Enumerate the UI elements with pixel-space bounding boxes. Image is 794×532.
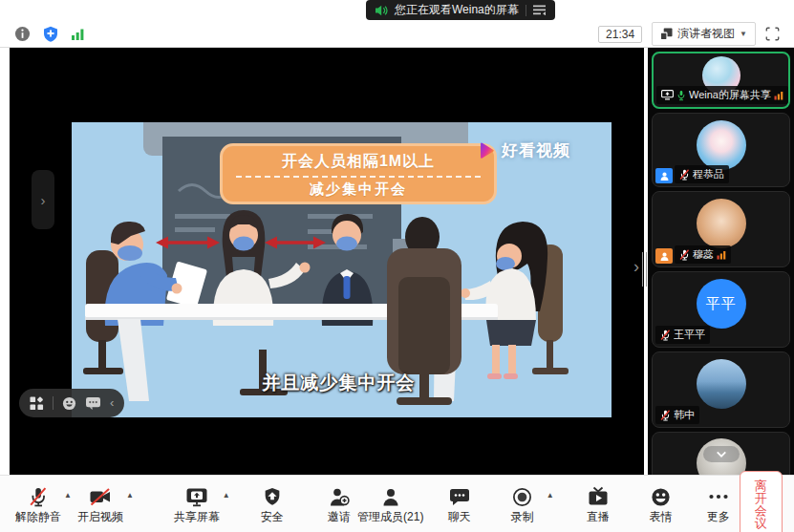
danmu-comment-icon[interactable] — [85, 396, 101, 411]
live-tv-icon — [587, 486, 610, 508]
mic-muted-icon — [660, 330, 671, 341]
banner-dashed-divider — [236, 176, 481, 178]
mic-muted-icon — [679, 169, 690, 181]
record-icon — [511, 486, 533, 508]
participant-name: 王平平 — [674, 328, 705, 342]
video-subtitle: 并且减少集中开会 — [262, 371, 415, 395]
notification-divider — [526, 5, 526, 16]
start-video-button[interactable]: 开启视频 — [77, 486, 123, 522]
mic-muted-icon — [27, 486, 50, 508]
leave-meeting-button[interactable]: 离开会议 — [740, 471, 783, 532]
left-panel-expand-tab[interactable]: › — [32, 170, 54, 229]
connection-signal-icon[interactable] — [71, 27, 85, 41]
person-icon — [659, 251, 670, 262]
meeting-toolbar: 解除静音 ▲ 开启视频 ▲ — [0, 475, 794, 532]
video-options-caret[interactable]: ▲ — [126, 492, 134, 500]
avatar-opera-face — [697, 120, 746, 170]
participant-name: Weina的屏幕共享 — [689, 88, 771, 102]
controls-right: 21:34 演讲者视图 ▼ — [598, 22, 780, 46]
chat-button[interactable]: 聊天 — [439, 486, 481, 522]
logo-text: 好看视频 — [502, 139, 570, 161]
avatar-text: 平平 — [706, 295, 737, 313]
live-stream-label: 直播 — [587, 511, 610, 522]
scroll-more-participants-button[interactable] — [703, 446, 740, 462]
reactions-label: 表情 — [650, 511, 673, 522]
chevron-right-icon[interactable]: › — [633, 258, 639, 275]
share-screen-button[interactable]: 共享屏幕 — [174, 486, 220, 522]
role-badge-orange — [655, 248, 673, 264]
record-options-caret[interactable]: ▲ — [547, 492, 554, 500]
participant-namebar: 韩中 — [655, 406, 699, 424]
person-icon — [659, 171, 670, 181]
participant-tile-weina[interactable]: Weina的屏幕共享 — [652, 52, 790, 109]
pill-divider — [53, 396, 54, 410]
chat-bubble-icon — [448, 486, 471, 508]
participant-tile-hanzhong[interactable]: 韩中 — [652, 351, 790, 428]
record-button[interactable]: 录制 — [502, 486, 544, 522]
live-stream-button[interactable]: 直播 — [577, 486, 619, 522]
more-label: 更多 — [707, 511, 730, 522]
view-mode-button[interactable]: 演讲者视图 ▼ — [652, 22, 756, 46]
participant-name: 穆蕊 — [693, 247, 714, 262]
shared-video-content: 开会人员相隔1M以上 减少集中开会 好看视频 并 — [72, 122, 612, 417]
meeting-info-icon[interactable] — [14, 26, 31, 42]
start-video-label: 开启视频 — [77, 511, 123, 522]
invite-label: 邀请 — [328, 511, 351, 522]
unmute-label: 解除静音 — [15, 511, 61, 522]
participant-tile-murui[interactable]: 穆蕊 — [652, 191, 790, 267]
participants-icon — [379, 486, 402, 508]
participant-tile-chenggongpin[interactable]: 程恭品 — [652, 113, 790, 187]
chat-label: 聊天 — [448, 511, 471, 522]
emoji-icon — [650, 486, 672, 508]
manage-participants-button[interactable]: 管理成员(21) — [370, 486, 412, 522]
invite-button[interactable]: 邀请 — [318, 486, 360, 522]
role-badge-blue — [655, 168, 673, 183]
fullscreen-icon[interactable] — [765, 27, 780, 41]
camera-off-icon — [89, 486, 112, 508]
share-options-caret[interactable]: ▲ — [223, 492, 230, 500]
encryption-shield-icon[interactable] — [43, 26, 58, 42]
meeting-controls-bar: 21:34 演讲者视图 ▼ — [0, 21, 794, 48]
mic-on-icon — [676, 90, 686, 101]
participant-name: 韩中 — [674, 408, 695, 422]
speaker-icon — [375, 5, 388, 16]
avatar-baby-photo — [697, 199, 746, 248]
avatar-initials: 平平 — [697, 279, 746, 329]
layout-view-icon — [660, 28, 673, 40]
banner-line2: 减少集中开会 — [223, 181, 494, 199]
hamburger-menu-icon[interactable] — [533, 5, 547, 15]
participant-name: 程恭品 — [693, 167, 724, 181]
invite-person-icon — [328, 486, 351, 508]
play-logo-icon — [476, 140, 497, 161]
reactions-button[interactable]: 表情 — [640, 486, 682, 522]
video-caption-banner: 开会人员相隔1M以上 减少集中开会 — [220, 143, 497, 204]
smiley-icon[interactable] — [62, 396, 76, 411]
controls-left — [14, 26, 85, 42]
view-dropdown-caret: ▼ — [740, 30, 747, 38]
chevron-left-icon[interactable]: ‹ — [110, 396, 114, 409]
participant-namebar: Weina的屏幕共享 — [656, 86, 788, 104]
signal-bars-icon — [717, 249, 726, 260]
player-controls-pill: ‹ — [19, 389, 124, 417]
manage-participants-label: 管理成员(21) — [357, 511, 423, 522]
chevron-down-icon — [716, 451, 727, 458]
participant-namebar: 程恭品 — [675, 165, 729, 183]
mic-muted-icon — [679, 249, 690, 261]
participant-tile-more[interactable] — [652, 432, 790, 475]
watching-screen-notification: 您正在观看Weina的屏幕 — [366, 0, 555, 20]
shared-screen-stage: › — [10, 48, 644, 475]
more-button[interactable]: 更多 — [697, 486, 740, 522]
participants-sidebar: Weina的屏幕共享 — [648, 48, 794, 475]
mic-muted-icon — [660, 410, 671, 421]
unmute-button[interactable]: 解除静音 — [15, 486, 61, 522]
security-button[interactable]: 安全 — [251, 486, 293, 522]
audio-options-caret[interactable]: ▲ — [64, 492, 72, 500]
more-dots-icon — [707, 486, 730, 508]
participant-tile-wangpingping[interactable]: 平平 王平平 — [652, 271, 790, 348]
video-platform-logo: 好看视频 — [476, 139, 570, 161]
avatar-scenery-photo — [697, 359, 746, 409]
notification-bar: 您正在观看Weina的屏幕 — [0, 0, 794, 21]
layout-tiles-icon[interactable] — [30, 396, 44, 411]
stage-sidebar-splitter[interactable] — [642, 252, 647, 287]
record-label: 录制 — [511, 511, 534, 522]
